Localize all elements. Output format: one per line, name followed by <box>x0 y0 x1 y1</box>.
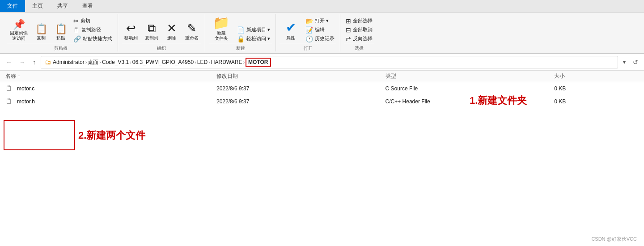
cut-btn[interactable]: ✂ 剪切 <box>72 17 114 25</box>
file1-type: C Source File <box>386 85 555 92</box>
group-open: ✔ 属性 📂 打开 ▾ 📝 编辑 🕐 历史记录 <box>276 14 340 51</box>
select-label: 选择 <box>344 44 374 51</box>
file-list-header: 名称 ↑ 修改日期 类型 大小 <box>0 71 644 82</box>
up-btn[interactable]: ↑ <box>30 58 38 67</box>
select-all-label: 全部选择 <box>353 17 373 24</box>
path-administrator[interactable]: Administrator <box>53 59 85 65</box>
properties-btn[interactable]: ✔ 属性 <box>280 20 302 43</box>
new-item-icon: 📄 <box>237 27 245 33</box>
deselect-all-icon: ⊟ <box>346 27 351 33</box>
invert-selection-btn[interactable]: ⇄ 反向选择 <box>344 34 374 43</box>
new-item-btn[interactable]: 📄 新建项目 ▾ <box>235 25 272 34</box>
copy-label: 复制 <box>37 35 46 41</box>
delete-btn[interactable]: ✕ 删除 <box>163 21 181 43</box>
forward-btn[interactable]: → <box>17 58 28 67</box>
easy-access-icon: 🔓 <box>237 36 245 42</box>
select-all-btn[interactable]: ⊞ 全部选择 <box>344 17 374 25</box>
file1-date: 2022/8/6 9:37 <box>216 85 386 92</box>
new-folder-icon: 📁 <box>213 16 229 30</box>
paste-shortcut-btn[interactable]: 🔗 粘贴快捷方式 <box>72 34 114 43</box>
refresh-btn[interactable]: ↺ <box>631 58 640 67</box>
address-path[interactable]: 🗂 Administrator › 桌面 › Code_V3.1 › 06.3_… <box>41 56 618 68</box>
copy-path-btn[interactable]: 🗒 复制路径 <box>72 25 114 34</box>
path-desktop[interactable]: 桌面 <box>88 59 98 66</box>
ribbon-tabs: 文件 主页 共享 查看 <box>0 0 644 13</box>
copy-to-btn[interactable]: ⧉ 复制到 <box>142 21 161 43</box>
header-name[interactable]: 名称 ↑ <box>5 72 216 80</box>
history-icon: 🕐 <box>305 36 313 42</box>
tab-file[interactable]: 文件 <box>0 0 25 12</box>
path-pwm-gpio[interactable]: 06.3_PWM_GPIO_A4950 <box>132 59 194 65</box>
paste-label: 粘贴 <box>56 35 65 41</box>
folder-icon: 🗂 <box>45 59 51 66</box>
copy-btn[interactable]: 📋 复制 <box>32 22 50 43</box>
new-label: 新建 <box>209 44 272 51</box>
group-clipboard: 📌 固定到快速访问 📋 复制 📋 粘贴 ✂ <box>4 14 118 51</box>
file1-name-cell: 🗒 motor.c <box>5 85 216 93</box>
open-icon: 📂 <box>305 18 313 24</box>
file2-name: motor.h <box>17 98 35 105</box>
group-organize: ↩ 移动到 ⧉ 复制到 ✕ 删除 ✎ 重命名 组织 <box>118 14 205 51</box>
easy-access-btn[interactable]: 🔓 轻松访问 ▾ <box>235 34 272 43</box>
history-btn[interactable]: 🕐 历史记录 <box>304 34 336 43</box>
file2-date: 2022/8/6 9:37 <box>216 98 386 105</box>
move-to-btn[interactable]: ↩ 移动到 <box>122 21 140 43</box>
copy-path-icon: 🗒 <box>73 27 80 33</box>
header-size[interactable]: 大小 <box>554 72 639 80</box>
new-folder-btn[interactable]: 📁 新建文件夹 <box>209 14 233 43</box>
deselect-all-btn[interactable]: ⊟ 全部取消 <box>344 25 374 34</box>
copy-icon: 📋 <box>35 24 47 34</box>
header-type[interactable]: 类型 <box>386 72 555 80</box>
back-btn[interactable]: ← <box>4 58 14 67</box>
group-new: 📁 新建文件夹 📄 新建项目 ▾ 🔓 轻松访问 ▾ 新建 <box>205 14 276 51</box>
cut-label: 剪切 <box>80 17 90 24</box>
easy-access-label: 轻松访问 ▾ <box>246 35 270 42</box>
tab-home[interactable]: 主页 <box>25 0 50 12</box>
file2-type: C/C++ Header File <box>386 98 555 105</box>
properties-label: 属性 <box>286 35 295 41</box>
sort-arrow: ↑ <box>18 74 20 79</box>
delete-icon: ✕ <box>167 22 177 34</box>
address-bar: ← → ↑ 🗂 Administrator › 桌面 › Code_V3.1 ›… <box>0 54 644 71</box>
tab-view[interactable]: 查看 <box>75 0 100 12</box>
path-hardware[interactable]: HARDWARE <box>211 59 242 65</box>
watermark: CSDN @好家伙VCC <box>591 236 637 242</box>
address-dropdown-btn[interactable]: ▾ <box>621 58 628 66</box>
file2-size: 0 KB <box>554 98 639 105</box>
rename-label: 重命名 <box>185 35 199 41</box>
file1-icon: 🗒 <box>5 85 13 93</box>
edit-icon: 📝 <box>305 27 313 33</box>
pin-btn[interactable]: 📌 固定到快速访问 <box>7 18 30 43</box>
group-select: ⊞ 全部选择 ⊟ 全部取消 ⇄ 反向选择 选择 <box>340 14 378 51</box>
tab-share[interactable]: 共享 <box>50 0 75 12</box>
path-code-v3[interactable]: Code_V3.1 <box>102 59 129 65</box>
cut-icon: ✂ <box>73 18 79 24</box>
path-motor[interactable]: MOTOR <box>246 58 271 67</box>
new-folder-label: 新建文件夹 <box>215 30 228 41</box>
header-date[interactable]: 修改日期 <box>216 72 386 80</box>
file1-name: motor.c <box>17 85 34 92</box>
invert-selection-icon: ⇄ <box>346 36 351 42</box>
copy-path-label: 复制路径 <box>81 26 101 33</box>
paste-btn[interactable]: 📋 粘贴 <box>52 22 70 43</box>
properties-icon: ✔ <box>286 21 296 34</box>
ribbon-toolbar: 📌 固定到快速访问 📋 复制 📋 粘贴 ✂ <box>0 13 644 54</box>
file-list-container: 名称 ↑ 修改日期 类型 大小 🗒 motor.c 2022/8/6 9:37 … <box>0 71 644 246</box>
paste-shortcut-icon: 🔗 <box>73 36 81 42</box>
invert-selection-label: 反向选择 <box>353 35 373 42</box>
table-row[interactable]: 🗒 motor.c 2022/8/6 9:37 C Source File 0 … <box>0 82 644 95</box>
open-group-label: 打开 <box>280 44 336 51</box>
organize-label: 组织 <box>122 44 201 51</box>
history-label: 历史记录 <box>315 35 335 42</box>
table-row[interactable]: 🗒 motor.h 2022/8/6 9:37 C/C++ Header Fil… <box>0 95 644 108</box>
open-btn[interactable]: 📂 打开 ▾ <box>304 17 336 25</box>
paste-icon: 📋 <box>55 24 67 34</box>
pin-label: 固定到快速访问 <box>10 30 28 41</box>
rename-btn[interactable]: ✎ 重命名 <box>182 21 201 43</box>
copy-to-icon: ⧉ <box>148 22 156 34</box>
edit-btn[interactable]: 📝 编辑 <box>304 25 336 34</box>
select-all-icon: ⊞ <box>346 18 351 24</box>
clipboard-label: 剪贴板 <box>7 44 114 51</box>
path-led[interactable]: LED <box>197 59 208 65</box>
deselect-all-label: 全部取消 <box>353 26 373 33</box>
